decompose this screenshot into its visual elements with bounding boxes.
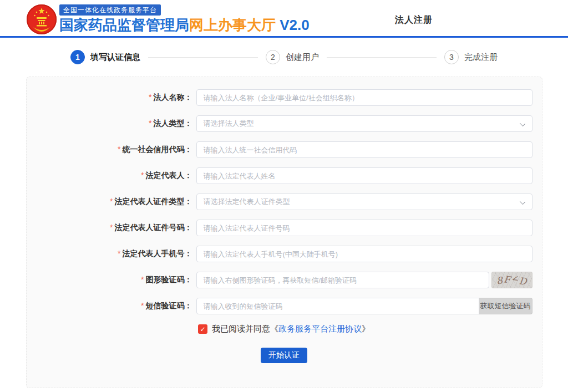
chevron-down-icon xyxy=(519,121,525,126)
step-3-label: 完成注册 xyxy=(464,52,498,63)
form-row-id-type: *法定代表人证件类型： 请选择法定代表人证件类型 xyxy=(27,194,542,210)
form-row-mobile: *法定代表人手机号： xyxy=(27,246,542,262)
representative-name-label: *法定代表人： xyxy=(27,171,192,181)
step-2-circle: 2 xyxy=(266,50,280,64)
header: 全国一体化在线政务服务平台 国家药品监督管理局网上办事大厅 V2.0 法人注册 xyxy=(0,0,568,38)
national-emblem-logo xyxy=(26,3,58,35)
id-type-select[interactable]: 请选择法定代表人证件类型 xyxy=(196,194,532,210)
step-connector xyxy=(148,57,258,58)
sms-code-input[interactable] xyxy=(196,298,479,314)
step-1-label: 填写认证信息 xyxy=(90,52,140,63)
mobile-label: *法定代表人手机号： xyxy=(27,249,192,259)
steps-indicator: 1 填写认证信息 2 创建用户 3 完成注册 xyxy=(0,38,568,77)
registration-form-panel: *法人名称： *法人类型： 请选择法人类型 *统一社会信用代码： *法定代表人：… xyxy=(26,77,542,388)
id-type-label: *法定代表人证件类型： xyxy=(27,197,192,207)
captcha-image[interactable]: 8 F < D xyxy=(491,272,532,288)
required-mark: * xyxy=(118,145,120,154)
form-row-legal-type: *法人类型： 请选择法人类型 xyxy=(27,115,542,132)
legal-type-label: *法人类型： xyxy=(27,119,192,129)
required-mark: * xyxy=(118,249,120,258)
hall-name: 网上办事大厅 xyxy=(189,17,276,33)
form-row-representative-name: *法定代表人： xyxy=(27,167,542,184)
step-1-fill-info: 1 填写认证信息 xyxy=(70,50,140,64)
site-title: 国家药品监督管理局网上办事大厅 V2.0 xyxy=(59,16,310,34)
sms-code-label: *短信验证码： xyxy=(27,301,192,311)
image-captcha-label: *图形验证码： xyxy=(27,275,192,285)
page-title: 法人注册 xyxy=(395,14,433,26)
logo-area: 全国一体化在线政务服务平台 国家药品监督管理局网上办事大厅 V2.0 xyxy=(26,1,310,35)
id-number-input[interactable] xyxy=(196,220,532,236)
legal-type-select-value: 请选择法人类型 xyxy=(204,119,254,129)
required-mark: * xyxy=(110,223,113,232)
agreement-checkbox[interactable]: ✓ xyxy=(198,324,207,334)
step-2-label: 创建用户 xyxy=(286,52,319,63)
representative-name-input[interactable] xyxy=(196,167,532,184)
agreement-text-suffix: 》 xyxy=(362,324,370,334)
required-mark: * xyxy=(110,197,113,206)
agreement-row: ✓ 我已阅读并同意《 政务服务平台注册协议 》 xyxy=(27,324,542,334)
agreement-link[interactable]: 政务服务平台注册协议 xyxy=(278,324,362,334)
legal-name-input[interactable] xyxy=(196,89,532,106)
legal-name-label: *法人名称： xyxy=(27,93,192,103)
step-1-circle: 1 xyxy=(70,50,85,64)
form-row-sms-code: *短信验证码： 获取短信验证码 xyxy=(27,298,542,314)
step-connector xyxy=(327,57,437,58)
submit-row: 开始认证 xyxy=(27,348,542,363)
credit-code-label: *统一社会信用代码： xyxy=(27,145,192,155)
chevron-down-icon xyxy=(519,199,525,205)
required-mark: * xyxy=(141,275,144,284)
required-mark: * xyxy=(141,301,144,310)
mobile-input[interactable] xyxy=(196,246,532,262)
start-authentication-button[interactable]: 开始认证 xyxy=(261,348,307,363)
image-captcha-input[interactable] xyxy=(196,272,489,288)
check-icon: ✓ xyxy=(200,326,205,333)
step-3-circle: 3 xyxy=(444,50,459,64)
form-row-credit-code: *统一社会信用代码： xyxy=(27,141,542,158)
required-mark: * xyxy=(149,119,151,128)
required-mark: * xyxy=(149,93,151,101)
agreement-text-prefix: 我已阅读并同意《 xyxy=(212,324,278,334)
title-block: 全国一体化在线政务服务平台 国家药品监督管理局网上办事大厅 V2.0 xyxy=(59,1,310,34)
step-2-create-user: 2 创建用户 xyxy=(266,50,319,64)
org-name: 国家药品监督管理局 xyxy=(59,17,189,33)
form-row-legal-name: *法人名称： xyxy=(27,89,542,106)
get-sms-code-button[interactable]: 获取短信验证码 xyxy=(479,298,532,314)
platform-badge: 全国一体化在线政务服务平台 xyxy=(59,4,161,16)
step-3-complete: 3 完成注册 xyxy=(444,50,498,64)
form-row-image-captcha: *图形验证码： 8 F < D xyxy=(27,272,542,288)
credit-code-input[interactable] xyxy=(196,141,532,158)
id-number-label: *法定代表人证件号码： xyxy=(27,223,192,233)
required-mark: * xyxy=(141,171,144,180)
version-label: V2.0 xyxy=(276,17,310,33)
id-type-select-value: 请选择法定代表人证件类型 xyxy=(204,197,290,207)
legal-type-select[interactable]: 请选择法人类型 xyxy=(196,115,532,132)
form-row-id-number: *法定代表人证件号码： xyxy=(27,220,542,236)
